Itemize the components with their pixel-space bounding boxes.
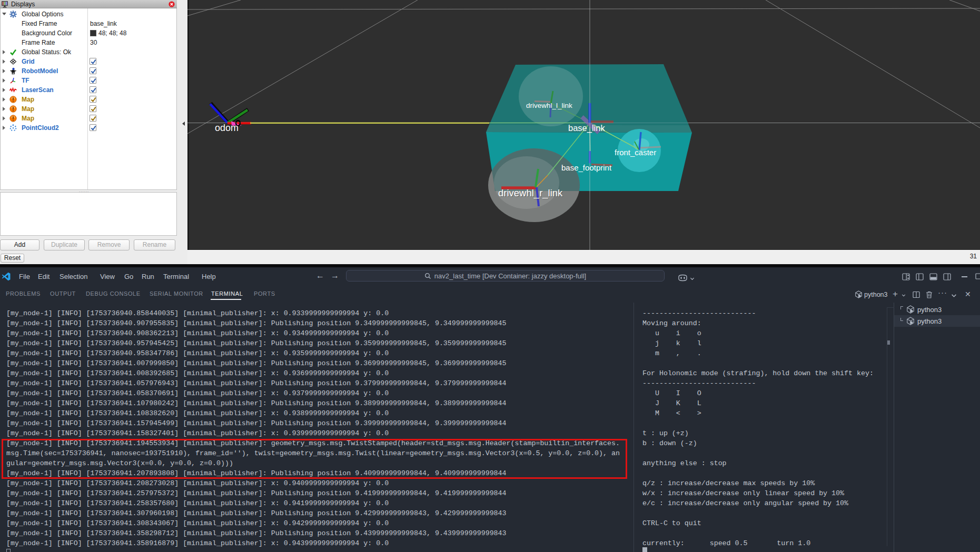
svg-text:base_link: base_link [568,123,605,133]
svg-text:odom: odom [215,123,239,133]
svg-text:base_footprint: base_footprint [561,163,612,172]
svg-text:drivewhl_r_link: drivewhl_r_link [498,187,563,199]
svg-text:front_caster: front_caster [615,148,656,157]
svg-text:drivewhl_l_link: drivewhl_l_link [526,102,572,109]
